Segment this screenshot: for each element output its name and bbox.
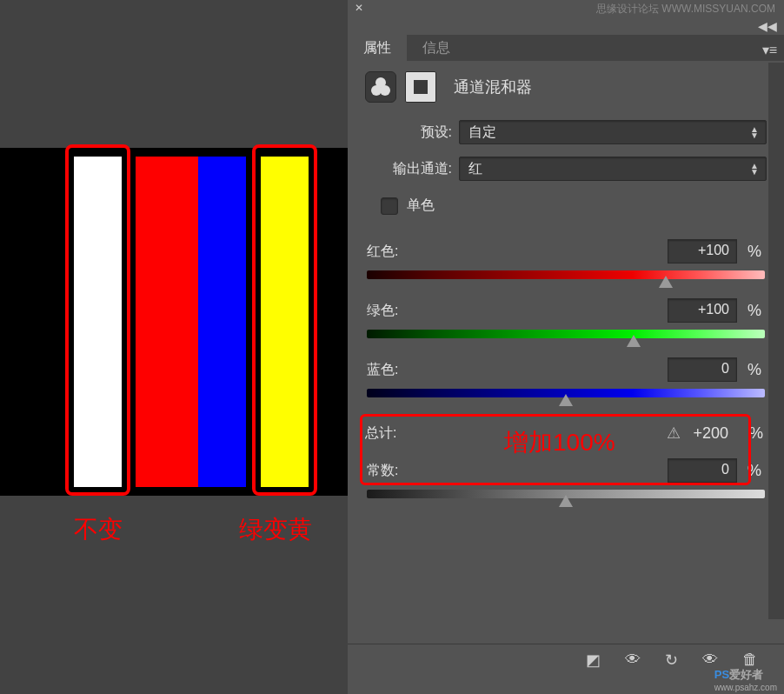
mask-icon[interactable] <box>405 71 436 103</box>
delete-icon[interactable]: 🗑 <box>742 651 758 669</box>
watermark-bottom: PS爱好者 www.psahz.com <box>714 667 777 692</box>
annotation-text-green: 增加100% <box>504 426 615 459</box>
preset-row: 预设: 自定 ▲▼ <box>365 120 767 144</box>
annotation-text-left: 不变 <box>74 513 123 546</box>
green-slider[interactable] <box>367 330 765 344</box>
slider-thumb[interactable] <box>559 394 573 406</box>
mono-row: 单色 <box>381 197 767 215</box>
blue-value-input[interactable]: 0 <box>668 357 737 382</box>
preset-value: 自定 <box>468 123 496 142</box>
panel-tabs: 属性 信息 ▾≡ <box>348 35 784 61</box>
toggle-visibility-icon[interactable]: 👁 <box>702 651 718 669</box>
blue-label: 蓝色: <box>367 361 668 379</box>
output-dropdown[interactable]: 红 ▲▼ <box>459 157 767 181</box>
percent-label: % <box>747 302 765 320</box>
red-label: 红色: <box>367 243 668 261</box>
percent-label: % <box>747 361 765 379</box>
color-bar-red <box>136 157 198 487</box>
blue-slider-group: 蓝色: 0 % <box>365 357 767 403</box>
percent-label: % <box>747 243 765 261</box>
green-slider-group: 绿色: +100 % <box>365 298 767 344</box>
scrollbar[interactable] <box>768 63 784 619</box>
green-label: 绿色: <box>367 302 668 320</box>
red-slider-group: 红色: +100 % <box>365 239 767 284</box>
svg-point-2 <box>380 85 390 96</box>
mono-checkbox[interactable] <box>381 197 398 215</box>
panel-title: 通道混和器 <box>454 77 532 97</box>
mono-label: 单色 <box>407 197 435 215</box>
canvas-area: 不变 绿变黄 <box>0 0 348 694</box>
channel-mixer-icon[interactable] <box>365 71 396 103</box>
annotation-box-right <box>252 144 317 496</box>
tab-properties[interactable]: 属性 <box>348 35 407 61</box>
color-bar-blue <box>198 157 246 487</box>
output-row: 输出通道: 红 ▲▼ <box>365 157 767 181</box>
red-slider[interactable] <box>367 270 765 284</box>
dropdown-arrows-icon: ▲▼ <box>750 163 759 175</box>
preset-label: 预设: <box>365 123 452 142</box>
title-row: 通道混和器 <box>365 71 767 103</box>
annotation-text-right: 绿变黄 <box>239 513 312 546</box>
blue-slider[interactable] <box>367 389 765 403</box>
watermark-top: 思缘设计论坛 WWW.MISSYUAN.COM <box>596 2 775 17</box>
green-value-input[interactable]: +100 <box>668 298 737 323</box>
collapse-icon[interactable]: ◀◀ <box>758 19 777 33</box>
menu-icon[interactable]: ▾≡ <box>762 42 777 58</box>
annotation-box-left <box>65 144 130 496</box>
slider-thumb[interactable] <box>559 495 573 507</box>
output-value: 红 <box>468 160 482 178</box>
clip-to-layer-icon[interactable]: ◩ <box>586 651 601 670</box>
preset-dropdown[interactable]: 自定 ▲▼ <box>459 120 767 144</box>
panel-body: 通道混和器 预设: 自定 ▲▼ 输出通道: 红 ▲▼ 单色 红色: +100 % <box>348 61 784 528</box>
slider-thumb[interactable] <box>627 335 641 347</box>
reset-icon[interactable]: ↻ <box>665 651 678 670</box>
constant-slider[interactable] <box>367 490 765 504</box>
percent-label: % <box>749 424 767 443</box>
dropdown-arrows-icon: ▲▼ <box>750 126 759 138</box>
close-icon[interactable]: ✕ <box>355 2 363 14</box>
view-previous-icon[interactable]: 👁 <box>625 651 641 669</box>
output-label: 输出通道: <box>365 160 452 178</box>
red-value-input[interactable]: +100 <box>668 239 737 264</box>
tab-info[interactable]: 信息 <box>407 35 466 61</box>
properties-panel: ✕ 思缘设计论坛 WWW.MISSYUAN.COM ◀◀ 属性 信息 ▾≡ 通道… <box>348 0 784 694</box>
slider-thumb[interactable] <box>659 276 673 288</box>
panel-header: ✕ 思缘设计论坛 WWW.MISSYUAN.COM <box>348 0 784 17</box>
